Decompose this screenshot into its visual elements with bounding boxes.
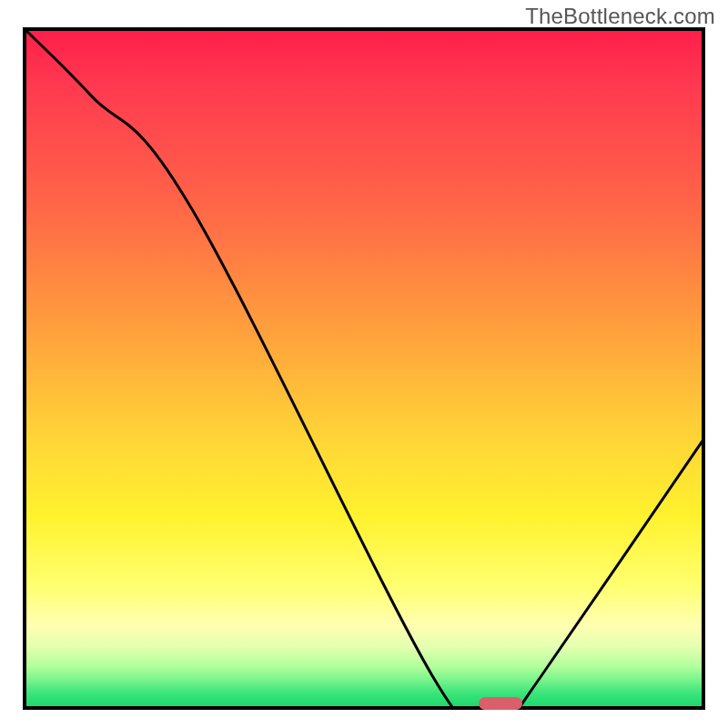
bottleneck-line-plot <box>23 27 705 710</box>
bottleneck-curve-path <box>23 27 705 710</box>
chart-container: TheBottleneck.com <box>0 0 728 728</box>
watermark-text: TheBottleneck.com <box>525 4 715 29</box>
optimal-marker <box>479 697 522 710</box>
